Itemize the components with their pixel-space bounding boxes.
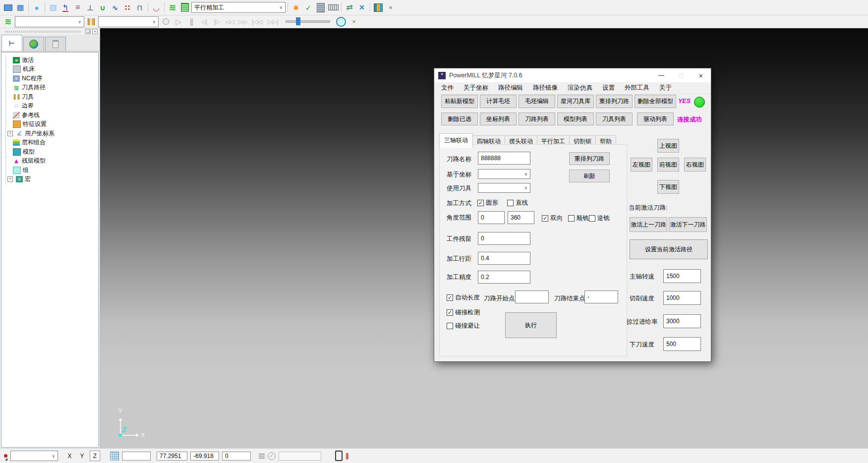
delete-all-models-button[interactable]: 删除全部模型 xyxy=(635,95,676,108)
menu-path-edit[interactable]: 路径编辑 xyxy=(493,84,528,92)
view-right-button[interactable]: 右视图 xyxy=(684,158,706,172)
tree-item-feature-sets[interactable]: 特征设置 xyxy=(5,120,98,129)
toolpath-list-button[interactable]: 刀路列表 xyxy=(519,113,555,125)
line-checkbox[interactable]: 直线 xyxy=(507,199,528,207)
expander-icon[interactable]: + xyxy=(7,131,13,136)
calculator-icon[interactable] xyxy=(315,1,327,13)
tree-item-nc-program[interactable]: ≡NC程序 xyxy=(5,74,98,83)
machining-program-dropdown[interactable]: 平行精加工 ∨ xyxy=(191,2,286,13)
tree-item-machine[interactable]: 机床 xyxy=(5,65,98,74)
paste-new-model-button[interactable]: 粘贴新模型 xyxy=(441,95,478,108)
tool-verify-icon[interactable]: ✓ xyxy=(302,1,314,13)
toolbar-close-button[interactable]: × xyxy=(385,1,397,13)
collision-avoid-checkbox[interactable]: 碰撞避让 xyxy=(447,322,480,330)
collision-check-checkbox[interactable]: ✓碰撞检测 xyxy=(447,308,480,317)
sim-rewind-button[interactable]: ◁◁ xyxy=(224,16,236,28)
menu-file[interactable]: 文件 xyxy=(436,84,459,92)
cross-move-icon[interactable]: × xyxy=(356,1,368,13)
stock-icon[interactable]: ≡ xyxy=(72,1,84,13)
tree-item-models[interactable]: 模型 xyxy=(5,147,98,157)
axis-x-button[interactable]: X xyxy=(65,451,74,461)
device-icon[interactable] xyxy=(335,451,343,461)
coord-list-icon[interactable] xyxy=(259,454,265,459)
activate-prev-toolpath-button[interactable]: 激活上一刀路 xyxy=(630,217,667,232)
delete-selected-button[interactable]: 删除已选 xyxy=(441,113,478,125)
u-tool-icon[interactable]: ∪ xyxy=(97,1,109,13)
reorder-toolpaths-button[interactable]: 重排列刀路 xyxy=(596,95,633,108)
workplane-input[interactable] xyxy=(279,452,321,461)
circle-checkbox[interactable]: ✓圆形 xyxy=(477,199,498,207)
model-list-button[interactable]: 模型列表 xyxy=(557,113,594,125)
angle-min-input[interactable]: 0 xyxy=(478,211,505,224)
cursor-x-input[interactable]: 77.2951 xyxy=(157,452,187,461)
sim-toolpath-dropdown[interactable]: ∨ xyxy=(15,16,84,27)
tool-arc-icon[interactable]: ◡ xyxy=(150,1,162,13)
refresh-button[interactable]: 刷新 xyxy=(569,170,610,182)
spindle-speed-input[interactable]: 1500 xyxy=(663,269,701,283)
menu-external-tools[interactable]: 外部工具 xyxy=(620,84,654,92)
cursor-z-input[interactable]: 0 xyxy=(222,452,251,461)
axis-z-button[interactable]: Z xyxy=(90,451,100,461)
tab-3axis[interactable]: 三轴联动 xyxy=(439,133,473,148)
drive-list-button[interactable]: 驱动列表 xyxy=(637,113,674,125)
open-project-icon[interactable] xyxy=(2,1,14,13)
sim-clock-icon[interactable] xyxy=(335,16,347,28)
angle-max-input[interactable]: 360 xyxy=(508,211,534,224)
dialog-close-button[interactable]: × xyxy=(691,68,711,82)
sim-toolpath-icon[interactable]: ≋ xyxy=(2,16,14,28)
sim-light-icon[interactable] xyxy=(160,16,172,28)
measure-icon[interactable] xyxy=(327,1,339,13)
tree-item-boundaries[interactable]: ○边界 xyxy=(5,102,98,111)
grid-snap-icon[interactable] xyxy=(110,452,119,461)
ball-tool-icon[interactable]: ⊥ xyxy=(84,1,96,13)
tree-item-tools[interactable]: 刀具 xyxy=(5,92,98,102)
tool-library-button[interactable]: 星河刀具库 xyxy=(557,95,594,108)
tool-holder-icon[interactable]: ⊓ xyxy=(134,1,146,13)
dialog-maximize-button[interactable]: □ xyxy=(671,68,691,82)
climb-mill-checkbox[interactable]: 顺铣 xyxy=(568,214,589,223)
view-front-button[interactable]: 前视图 xyxy=(657,158,679,172)
dialog-minimize-button[interactable]: — xyxy=(651,68,671,82)
grid-size-input[interactable] xyxy=(122,452,151,461)
block-icon[interactable]: ▧ xyxy=(47,1,59,13)
sim-step-forward-button[interactable]: |▷ xyxy=(211,16,223,28)
sim-fast-forward-button[interactable]: ▷▷ xyxy=(237,16,249,28)
panel-close-button[interactable]: × xyxy=(92,29,98,34)
menu-render-sim[interactable]: 渲染仿真 xyxy=(563,84,597,92)
sim-tool-dropdown[interactable]: ∨ xyxy=(98,16,159,27)
tolerance-input[interactable]: 0.2 xyxy=(478,271,530,284)
menu-settings[interactable]: 设置 xyxy=(597,84,620,92)
sim-skip-end-button[interactable]: ▷▷| xyxy=(266,16,281,28)
menu-about[interactable]: 关于 xyxy=(654,84,677,92)
sim-play-button[interactable]: ▷ xyxy=(173,16,184,28)
slider-handle[interactable] xyxy=(296,17,300,25)
stepover-input[interactable]: 0.4 xyxy=(478,252,530,265)
dialog-titlebar[interactable]: * PowerMILL 忆梦星河 7.0.6 — □ × xyxy=(434,68,711,82)
end-point-input[interactable]: - xyxy=(584,290,618,303)
tree-item-groups[interactable]: 组 xyxy=(5,166,98,175)
tree-item-toolpaths[interactable]: ≋刀具路径 xyxy=(5,83,98,93)
axis-y-button[interactable]: Y xyxy=(77,451,87,461)
sim-tool-icon[interactable] xyxy=(85,16,97,28)
curve-editor-icon[interactable]: ∿ xyxy=(109,1,121,13)
menu-coords[interactable]: 关于坐标 xyxy=(459,84,493,92)
activate-next-toolpath-button[interactable]: 激活下一刀路 xyxy=(669,217,707,232)
view-bottom-button[interactable]: 下视图 xyxy=(657,180,679,194)
tool-burst-icon[interactable]: ∗ xyxy=(290,1,302,13)
tab-web[interactable] xyxy=(23,37,44,51)
shaded-view-icon[interactable]: ● xyxy=(31,1,43,13)
auto-length-checkbox[interactable]: ✓自动长度 xyxy=(447,293,480,302)
sim-toolbar-close-button[interactable]: × xyxy=(348,16,360,28)
panel-grip[interactable] xyxy=(5,31,81,33)
coord-base-dropdown[interactable]: ∨ xyxy=(478,169,530,179)
expander-icon[interactable]: + xyxy=(7,176,13,182)
stock-allowance-input[interactable]: 0 xyxy=(478,232,530,245)
view-top-button[interactable]: 上视图 xyxy=(657,139,679,153)
reorder-button[interactable]: 重排列刀路 xyxy=(569,152,610,165)
tool-list-button[interactable]: 刀具列表 xyxy=(596,113,633,125)
tree-item-workplanes[interactable]: +∠用户坐标系 xyxy=(5,129,98,138)
stock-edit-button[interactable]: 毛坯编辑 xyxy=(519,95,555,108)
save-project-icon[interactable]: ▦ xyxy=(14,1,26,13)
sim-pause-button[interactable]: ∥ xyxy=(185,16,197,28)
sim-skip-start-button[interactable]: |◁◁ xyxy=(250,16,265,28)
